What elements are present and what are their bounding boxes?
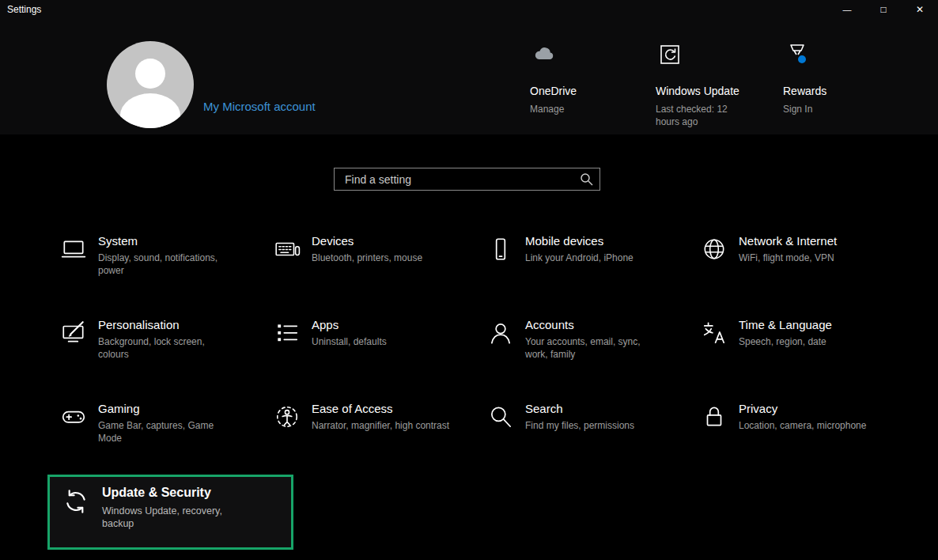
tile-system[interactable]: System Display, sound, notifications, po… [47, 234, 261, 318]
gaming-icon [60, 403, 87, 430]
tile-title: Mobile devices [525, 234, 664, 248]
accounts-icon [487, 320, 514, 346]
tile-title: Gaming [98, 402, 237, 415]
tile-title: Network & Internet [739, 234, 878, 248]
tile-subtitle: Link your Android, iPhone [525, 252, 664, 264]
update-security-icon [61, 486, 91, 516]
tile-title: Devices [312, 234, 451, 248]
personalisation-icon [60, 320, 87, 346]
tile-subtitle: Game Bar, captures, Game Mode [98, 419, 237, 445]
tile-subtitle: Speech, region, date [739, 335, 878, 348]
apps-icon [274, 320, 301, 346]
minimize-button[interactable]: — [829, 0, 865, 19]
tile-time-language[interactable]: Time & Language Speech, region, date [688, 318, 902, 402]
tile-subtitle: Location, camera, microphone [739, 419, 878, 432]
window-title: Settings [0, 4, 41, 15]
mobile-devices-icon [487, 236, 514, 263]
quick-item-title: Rewards [783, 85, 902, 97]
tile-personalisation[interactable]: Personalisation Background, lock screen,… [47, 318, 261, 402]
avatar-head-shape [135, 59, 165, 89]
quick-item-onedrive[interactable]: OneDrive Manage [530, 42, 649, 115]
search-box [334, 168, 600, 191]
tile-subtitle: Uninstall, defaults [312, 335, 451, 348]
tile-update-security[interactable]: Update & Security Windows Update, recove… [50, 477, 291, 530]
titlebar: Settings — □ ✕ [0, 0, 938, 19]
tile-subtitle: Display, sound, notifications, power [98, 252, 237, 277]
quick-item-rewards[interactable]: Rewards Sign In [783, 42, 902, 115]
quick-item-subtitle: Last checked: 12 hours ago [656, 103, 735, 128]
window-controls: — □ ✕ [829, 0, 938, 19]
tile-subtitle: Find my files, permissions [525, 419, 664, 432]
quick-item-title: Windows Update [656, 85, 774, 97]
search-input[interactable] [334, 168, 600, 191]
my-microsoft-account-link[interactable]: My Microsoft account [203, 100, 316, 113]
quick-item-subtitle: Manage [530, 103, 649, 115]
tile-search[interactable]: Search Find my files, permissions [475, 402, 688, 486]
tile-title: System [98, 234, 237, 248]
tile-subtitle: Windows Update, recovery, backup [102, 505, 251, 530]
quick-item-subtitle: Sign In [783, 103, 902, 115]
search-icon[interactable] [580, 172, 593, 186]
tile-ease-of-access[interactable]: Ease of Access Narrator, magnifier, high… [261, 402, 475, 486]
tile-privacy[interactable]: Privacy Location, camera, microphone [688, 402, 902, 486]
quick-item-title: OneDrive [530, 85, 649, 97]
ease-of-access-icon [274, 403, 301, 430]
tile-network-internet[interactable]: Network & Internet WiFi, flight mode, VP… [688, 234, 902, 318]
quick-item-windows-update[interactable]: Windows Update Last checked: 12 hours ag… [656, 42, 774, 128]
tile-subtitle: Narrator, magnifier, high contrast [312, 419, 451, 432]
tile-subtitle: Your accounts, email, sync, work, family [525, 335, 664, 361]
tile-subtitle: WiFi, flight mode, VPN [739, 252, 878, 264]
tile-title: Search [525, 402, 664, 415]
onedrive-cloud-icon [531, 42, 557, 67]
tile-mobile-devices[interactable]: Mobile devices Link your Android, iPhone [475, 234, 688, 318]
time-language-icon [701, 320, 728, 346]
tile-title: Accounts [525, 318, 664, 331]
privacy-icon [701, 403, 728, 430]
tile-title: Apps [312, 318, 451, 331]
settings-tile-grid: System Display, sound, notifications, po… [47, 234, 902, 486]
tile-devices[interactable]: Devices Bluetooth, printers, mouse [261, 234, 475, 318]
tile-apps[interactable]: Apps Uninstall, defaults [261, 318, 475, 402]
system-icon [60, 236, 87, 263]
windows-update-sync-icon [657, 42, 683, 67]
search-tile-icon [487, 403, 514, 430]
tile-subtitle: Bluetooth, printers, mouse [312, 252, 451, 264]
tile-title: Time & Language [739, 318, 878, 331]
tile-title: Update & Security [102, 486, 251, 500]
tile-title: Ease of Access [312, 402, 451, 415]
network-internet-icon [701, 236, 728, 263]
tile-title: Personalisation [98, 318, 237, 331]
tile-gaming[interactable]: Gaming Game Bar, captures, Game Mode [47, 402, 261, 486]
tile-title: Privacy [739, 402, 878, 415]
rewards-icon [785, 42, 810, 67]
maximize-button[interactable]: □ [865, 0, 902, 19]
close-button[interactable]: ✕ [902, 0, 938, 19]
tile-subtitle: Background, lock screen, colours [98, 335, 237, 361]
user-avatar [107, 41, 194, 128]
highlight-box-update-security: Update & Security Windows Update, recove… [47, 475, 293, 550]
tile-accounts[interactable]: Accounts Your accounts, email, sync, wor… [475, 318, 688, 402]
devices-icon [274, 236, 301, 263]
